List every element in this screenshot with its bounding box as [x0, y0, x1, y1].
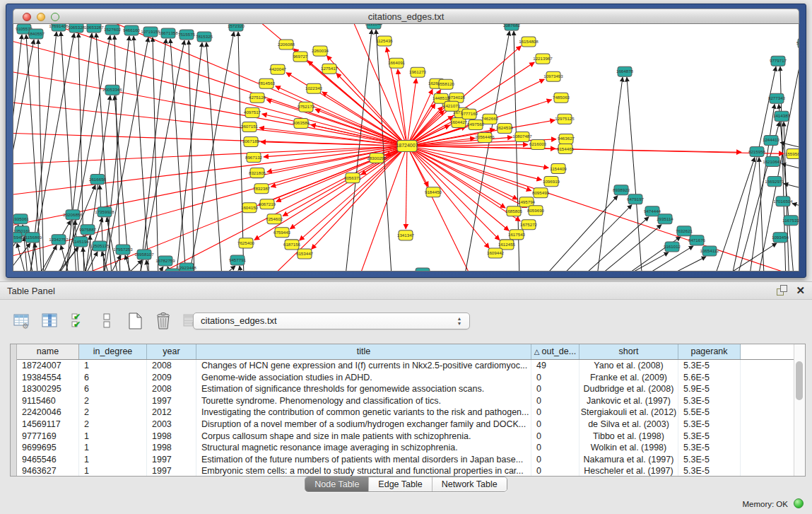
table-cell[interactable]: Hescheler et al. (1997): [579, 465, 678, 476]
table-mode-icon[interactable]: ⚙: [10, 310, 34, 332]
table-cell[interactable]: 1997: [147, 454, 196, 466]
column-header-out_de[interactable]: △out_de...: [531, 344, 579, 359]
table-cell[interactable]: 0: [531, 465, 579, 476]
table-cell[interactable]: Yano et al. (2008): [579, 360, 678, 372]
table-cell[interactable]: 2: [79, 407, 147, 419]
table-row[interactable]: 977716911998Corpus callosum shape and si…: [17, 431, 794, 443]
table-cell[interactable]: 19384554: [17, 372, 79, 384]
table-cell[interactable]: 6: [79, 383, 147, 395]
table-cell[interactable]: 1: [79, 465, 147, 476]
table-row[interactable]: 969969511998Structural magnetic resonanc…: [17, 442, 794, 454]
table-cell[interactable]: 5.3E-5: [678, 360, 741, 372]
table-cell[interactable]: Embryonic stem cells: a model to study s…: [196, 465, 531, 476]
table-scrollbar[interactable]: [794, 344, 805, 476]
citation-network-graph[interactable]: 9105572184055717691406106532810653287152…: [13, 24, 799, 271]
tab-network-table[interactable]: Network Table: [432, 477, 507, 491]
table-cell[interactable]: 1997: [147, 395, 196, 407]
table-cell[interactable]: 9699695: [17, 442, 79, 454]
table-cell[interactable]: Disruption of a novel member of a sodium…: [196, 419, 531, 431]
table-cell[interactable]: 14569117: [17, 419, 79, 431]
column-header-short[interactable]: short: [579, 344, 678, 359]
table-cell[interactable]: 0: [531, 383, 579, 395]
table-cell[interactable]: 1: [79, 442, 147, 454]
table-cell[interactable]: 1998: [147, 431, 196, 443]
create-column-icon[interactable]: [123, 310, 147, 332]
table-cell[interactable]: 1998: [147, 442, 196, 454]
table-cell[interactable]: Jankovic et al. (1997): [579, 395, 678, 407]
table-cell[interactable]: 0: [531, 407, 579, 419]
table-row[interactable]: 1938455462009Genome-wide association stu…: [17, 372, 794, 384]
table-row[interactable]: 1456911722003Disruption of a novel membe…: [17, 419, 794, 431]
table-cell[interactable]: 5.3E-5: [678, 442, 741, 454]
table-cell[interactable]: 9777169: [17, 431, 79, 443]
table-cell[interactable]: Dudbridge et al. (2008): [579, 383, 678, 395]
network-canvas[interactable]: 9105572184055717691406106532810653287152…: [13, 24, 799, 271]
column-header-pagerank[interactable]: pagerank: [678, 344, 741, 359]
table-cell[interactable]: 1997: [147, 465, 196, 476]
table-cell[interactable]: 2008: [147, 383, 196, 395]
tab-node-table[interactable]: Node Table: [305, 477, 368, 491]
table-cell[interactable]: 5.6E-5: [678, 372, 741, 384]
table-cell[interactable]: Stergiakouli et al. (2012): [579, 407, 678, 419]
table-cell[interactable]: 22420046: [17, 407, 79, 419]
table-cell[interactable]: 6: [79, 372, 147, 384]
table-cell[interactable]: 0: [531, 419, 579, 431]
table-cell[interactable]: 1: [79, 431, 147, 443]
table-cell[interactable]: 2008: [147, 360, 196, 372]
table-row[interactable]: 946554611997Estimation of the future num…: [17, 454, 794, 466]
table-cell[interactable]: Investigating the contribution of common…: [196, 407, 531, 419]
table-cell[interactable]: 0: [531, 395, 579, 407]
show-columns-icon[interactable]: [38, 310, 62, 332]
table-cell[interactable]: 18300295: [17, 383, 79, 395]
table-cell[interactable]: 1: [79, 360, 147, 372]
unselect-all-columns-icon[interactable]: [95, 310, 119, 332]
close-panel-icon[interactable]: ✕: [796, 285, 805, 296]
table-row[interactable]: 1830029562008Estimation of significance …: [17, 383, 794, 395]
table-cell[interactable]: Wolkin et al. (1998): [579, 442, 678, 454]
table-row[interactable]: 1872400712008Changes of HCN gene express…: [17, 360, 794, 372]
table-cell[interactable]: Tourette syndrome. Phenomenology and cla…: [196, 395, 531, 407]
table-cell[interactable]: 5.3E-5: [678, 465, 741, 476]
table-cell[interactable]: Corpus callosum shape and size in male p…: [196, 431, 531, 443]
table-row[interactable]: 911546021997Tourette syndrome. Phenomeno…: [17, 395, 794, 407]
tab-edge-table[interactable]: Edge Table: [368, 477, 431, 491]
table-cell[interactable]: 5.3E-5: [678, 454, 741, 466]
table-cell[interactable]: 5.3E-5: [678, 395, 741, 407]
table-cell[interactable]: Estimation of significance thresholds fo…: [196, 383, 531, 395]
column-header-name[interactable]: name: [17, 344, 79, 359]
table-cell[interactable]: Structural magnetic resonance image aver…: [196, 442, 531, 454]
delete-column-icon[interactable]: [151, 310, 175, 332]
table-row[interactable]: 946362711997Embryonic stem cells: a mode…: [17, 465, 794, 476]
table-cell[interactable]: 9463627: [17, 465, 79, 476]
table-cell[interactable]: Tibbo et al. (1998): [579, 431, 678, 443]
table-cell[interactable]: Franke et al. (2009): [579, 372, 678, 384]
table-cell[interactable]: 2003: [147, 419, 196, 431]
scrollbar-thumb[interactable]: [796, 361, 803, 400]
table-cell[interactable]: 0: [531, 431, 579, 443]
table-cell[interactable]: 5.3E-5: [678, 431, 741, 443]
table-cell[interactable]: 1: [79, 454, 147, 466]
table-cell[interactable]: Nakamura et al. (1997): [579, 454, 678, 466]
float-panel-icon[interactable]: [777, 285, 787, 296]
table-cell[interactable]: 18724007: [17, 360, 79, 372]
window-titlebar[interactable]: citations_edges.txt: [13, 8, 799, 24]
table-cell[interactable]: 9465546: [17, 454, 79, 466]
table-cell[interactable]: 0: [531, 372, 579, 384]
column-header-title[interactable]: title: [196, 344, 531, 359]
table-row[interactable]: 2242004622012Investigating the contribut…: [17, 407, 794, 419]
column-header-in_degree[interactable]: in_degree: [79, 344, 147, 359]
table-cell[interactable]: 9115460: [17, 395, 79, 407]
table-cell[interactable]: 2: [79, 419, 147, 431]
table-cell[interactable]: de Silva et al. (2003): [579, 419, 678, 431]
table-cell[interactable]: 5.9E-5: [678, 383, 741, 395]
table-cell[interactable]: 2: [79, 395, 147, 407]
table-cell[interactable]: 5.5E-5: [678, 407, 741, 419]
table-cell[interactable]: Estimation of the future numbers of pati…: [196, 454, 531, 466]
table-cell[interactable]: 49: [531, 360, 579, 372]
column-header-year[interactable]: year: [147, 344, 196, 359]
table-cell[interactable]: 5.3E-5: [678, 419, 741, 431]
network-file-select[interactable]: citations_edges.txt ▲▼: [193, 313, 470, 329]
table-cell[interactable]: Changes of HCN gene expression and I(f) …: [196, 360, 531, 372]
table-cell[interactable]: 0: [531, 454, 579, 466]
table-cell[interactable]: 2009: [147, 372, 196, 384]
